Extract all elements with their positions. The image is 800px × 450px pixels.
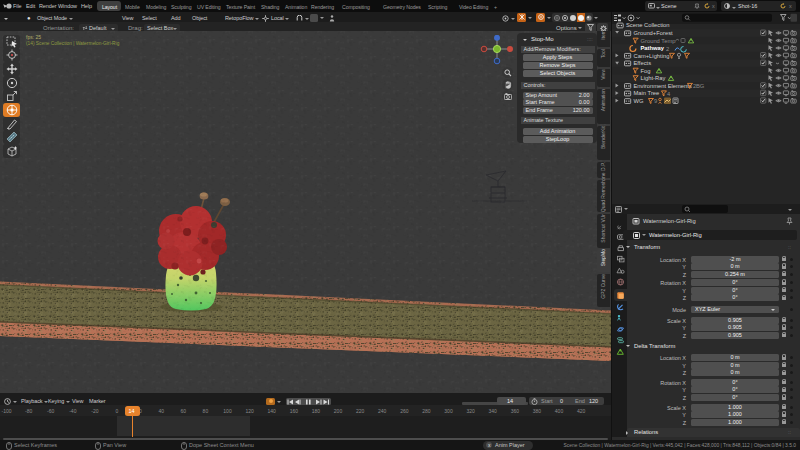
svg-text:Effects: Effects (634, 60, 652, 66)
svg-text:Environment Elements: Environment Elements (634, 83, 692, 89)
svg-text:WG: WG (634, 98, 644, 104)
svg-text:2: 2 (666, 46, 669, 52)
svg-text:Cam+Lighting: Cam+Lighting (634, 53, 670, 59)
svg-text:Fog: Fog (641, 68, 651, 74)
svg-text:Ground Temp: Ground Temp (641, 38, 676, 44)
svg-text:Ground+Forest: Ground+Forest (634, 30, 674, 36)
svg-text:Light-Ray: Light-Ray (641, 75, 666, 81)
svg-text:Main Tree: Main Tree (634, 90, 660, 96)
svg-text:9: 9 (654, 98, 657, 104)
svg-text:Scene Collection: Scene Collection (626, 22, 670, 28)
svg-text:Pathway: Pathway (641, 45, 665, 51)
svg-text:BG: BG (696, 83, 705, 89)
